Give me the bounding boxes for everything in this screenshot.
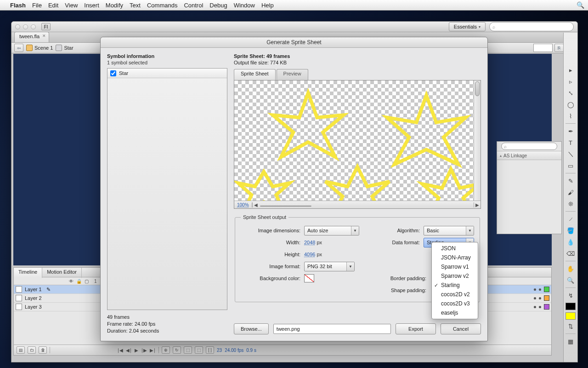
center-frame-icon[interactable]: ⊕: [162, 346, 170, 354]
menu-edit[interactable]: Edit: [48, 2, 58, 9]
tab-preview[interactable]: Preview: [277, 69, 308, 80]
edit-scene-icon[interactable]: ⎘: [554, 44, 564, 52]
menu-text[interactable]: Text: [130, 2, 141, 9]
image-dimensions-dropdown[interactable]: Auto size▼: [304, 226, 359, 236]
scrollbar-thumb[interactable]: [260, 206, 311, 207]
new-folder-icon[interactable]: 🗀: [28, 346, 36, 354]
loop-icon[interactable]: ↻: [173, 346, 181, 354]
tab-motion-editor[interactable]: Motion Editor: [42, 268, 82, 278]
pencil-tool-icon[interactable]: ✎: [565, 176, 576, 186]
menu-help[interactable]: Help: [261, 2, 274, 9]
data-format-option[interactable]: Sparrow v2: [432, 271, 478, 281]
symbol-list[interactable]: Star: [107, 68, 227, 310]
library-search-input[interactable]: ⌕: [501, 143, 557, 150]
data-format-option[interactable]: cocos2D v3: [432, 299, 478, 308]
background-color-swatch[interactable]: [304, 274, 314, 282]
text-tool-icon[interactable]: T: [565, 138, 576, 148]
data-format-menu[interactable]: JSONJSON-ArraySparrow v1Sparrow v2✓Starl…: [431, 242, 478, 319]
menu-view[interactable]: View: [65, 2, 78, 9]
play-icon[interactable]: ▶: [135, 348, 138, 353]
window-controls[interactable]: [15, 24, 36, 29]
width-value[interactable]: 2048: [304, 240, 315, 245]
step-back-icon[interactable]: ◀∣: [126, 348, 132, 353]
onion-skin-icon[interactable]: ⬚: [184, 346, 192, 354]
height-value[interactable]: 4096: [304, 252, 315, 257]
breadcrumb-scene[interactable]: Scene 1: [26, 45, 53, 51]
symbol-checkbox[interactable]: [110, 70, 116, 76]
hand-tool-icon[interactable]: ✋: [565, 264, 576, 274]
document-tab[interactable]: tween.fla ✕: [14, 32, 49, 42]
onion-outline-icon[interactable]: ⬚: [195, 346, 203, 354]
goto-first-icon[interactable]: ∣◀: [117, 348, 123, 353]
export-button[interactable]: Export: [396, 323, 436, 334]
menu-commands[interactable]: Commands: [147, 2, 177, 9]
new-layer-icon[interactable]: ▤: [17, 346, 25, 354]
app-name[interactable]: Flash: [10, 2, 26, 9]
symbol-list-item[interactable]: Star: [107, 69, 227, 78]
preview-vertical-scrollbar[interactable]: [474, 80, 481, 201]
eraser-tool-icon[interactable]: ⌫: [565, 248, 576, 259]
options-icon[interactable]: ▦: [565, 336, 576, 346]
zoom-tool-icon[interactable]: 🔍: [565, 275, 576, 285]
back-button[interactable]: ⇦: [14, 44, 23, 52]
library-column-header[interactable]: AS Linkage: [497, 151, 561, 160]
data-format-option[interactable]: JSON: [432, 244, 478, 253]
image-format-dropdown[interactable]: PNG 32 bit▼: [304, 262, 355, 271]
rectangle-tool-icon[interactable]: ▭: [565, 161, 576, 171]
help-search-input[interactable]: ⌕: [489, 22, 574, 31]
menu-debug[interactable]: Debug: [209, 2, 227, 9]
data-format-option[interactable]: cocos2D v2: [432, 290, 478, 299]
visibility-icon[interactable]: 👁: [69, 279, 74, 284]
line-tool-icon[interactable]: ＼: [565, 149, 576, 159]
scrollbar-thumb[interactable]: [475, 81, 480, 96]
spotlight-icon[interactable]: 🔍: [577, 1, 584, 9]
3d-rotation-tool-icon[interactable]: ◯: [565, 99, 576, 109]
lock-icon[interactable]: 🔒: [76, 279, 82, 284]
goto-last-icon[interactable]: ▶∣: [150, 348, 156, 353]
swap-colors-icon[interactable]: ⇅: [565, 321, 576, 331]
output-filename-input[interactable]: tween.png: [273, 324, 391, 334]
stroke-color-swatch[interactable]: [565, 303, 576, 310]
lasso-tool-icon[interactable]: ⌇: [565, 111, 576, 121]
stroke-style-icon[interactable]: ↯: [565, 290, 576, 300]
breadcrumb-symbol[interactable]: Star: [56, 45, 73, 51]
zoom-dropdown[interactable]: [533, 44, 553, 52]
subselection-tool-icon[interactable]: ▹: [565, 76, 576, 86]
mac-menubar[interactable]: Flash File Edit View Insert Modify Text …: [0, 0, 588, 11]
menu-control[interactable]: Control: [184, 2, 203, 9]
pen-tool-icon[interactable]: ✒: [565, 126, 576, 136]
algorithm-dropdown[interactable]: Basic▼: [424, 226, 474, 236]
menu-modify[interactable]: Modify: [106, 2, 123, 9]
outline-icon[interactable]: ▢: [85, 279, 89, 284]
close-tab-icon[interactable]: ✕: [42, 34, 46, 38]
cancel-button[interactable]: Cancel: [441, 323, 481, 334]
deco-tool-icon[interactable]: ❊: [565, 199, 576, 209]
workspace-switcher[interactable]: Essentials: [449, 22, 486, 31]
tab-timeline[interactable]: Timeline: [14, 268, 42, 278]
bone-tool-icon[interactable]: ⟋: [565, 214, 576, 224]
step-fwd-icon[interactable]: ∣▶: [141, 348, 147, 353]
free-transform-tool-icon[interactable]: ⤡: [565, 88, 576, 98]
menu-insert[interactable]: Insert: [84, 2, 99, 9]
preview-zoom[interactable]: 100%: [234, 202, 252, 207]
window-zoom-icon[interactable]: [31, 24, 36, 29]
data-format-option[interactable]: easeljs: [432, 308, 478, 317]
brush-tool-icon[interactable]: 🖌: [565, 187, 576, 197]
window-minimize-icon[interactable]: [23, 24, 28, 29]
sprite-sheet-preview[interactable]: 100% ◀ ▶: [234, 80, 481, 209]
menu-file[interactable]: File: [32, 2, 42, 9]
selection-tool-icon[interactable]: ▸: [565, 65, 576, 75]
edit-multiple-icon[interactable]: [ ]: [206, 346, 214, 354]
fill-color-swatch[interactable]: [565, 312, 576, 320]
delete-layer-icon[interactable]: 🗑: [39, 346, 47, 354]
data-format-option[interactable]: Sparrow v1: [432, 262, 478, 271]
eyedropper-tool-icon[interactable]: 💧: [565, 237, 576, 247]
data-format-option[interactable]: ✓Starling: [432, 281, 478, 290]
window-close-icon[interactable]: [15, 24, 20, 29]
data-format-option[interactable]: JSON-Array: [432, 253, 478, 262]
scroll-left-icon[interactable]: ◀: [252, 202, 259, 207]
browse-button[interactable]: Browse...: [234, 323, 269, 334]
paint-bucket-tool-icon[interactable]: 🪣: [565, 225, 576, 236]
scroll-right-icon[interactable]: ▶: [474, 202, 481, 207]
menu-window[interactable]: Window: [234, 2, 255, 9]
